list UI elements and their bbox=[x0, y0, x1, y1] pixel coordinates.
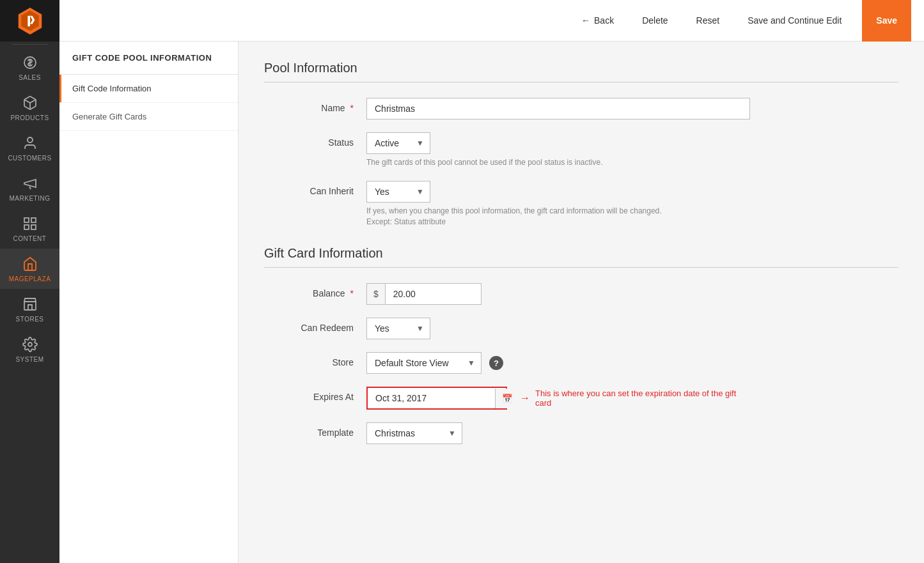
nav-item-generate-gift-cards[interactable]: Generate Gift Cards bbox=[59, 103, 238, 131]
expires-annotation: This is where you can set the expiration… bbox=[520, 389, 750, 408]
template-label: Template bbox=[264, 422, 366, 438]
left-panel-title: GIFT CODE POOL INFORMATION bbox=[72, 53, 225, 63]
balance-input-wrapper: $ bbox=[366, 283, 482, 305]
can-inherit-control: Yes No ▼ If yes, when you change this po… bbox=[366, 181, 750, 228]
left-panel: GIFT CODE POOL INFORMATION Gift Code Inf… bbox=[59, 42, 239, 563]
store-select[interactable]: Default Store View bbox=[366, 352, 482, 374]
save-continue-button[interactable]: Save and Continue Edit bbox=[740, 10, 849, 31]
expires-at-input[interactable] bbox=[368, 388, 495, 408]
status-control: Active Inactive ▼ The gift cards of this… bbox=[366, 132, 750, 168]
nav-item-gift-code-info-label: Gift Code Information bbox=[72, 84, 152, 93]
pool-information-section: Pool Information Name * Status bbox=[264, 61, 898, 227]
sidebar-item-marketing[interactable]: MARKETING bbox=[0, 168, 59, 208]
can-inherit-hint: If yes, when you change this pool inform… bbox=[366, 206, 750, 228]
store-select-wrapper: Default Store View ▼ bbox=[366, 352, 482, 374]
sidebar-divider bbox=[12, 44, 48, 45]
store-group: Default Store View ▼ ? bbox=[366, 352, 750, 374]
save-button[interactable]: Save bbox=[862, 0, 911, 42]
expires-at-field-group: Expires At 📅 This is where you can bbox=[264, 387, 898, 410]
delete-label: Delete bbox=[642, 15, 668, 26]
dollar-sign-icon bbox=[21, 54, 39, 72]
template-select[interactable]: Christmas Default bbox=[366, 422, 462, 444]
balance-prefix: $ bbox=[367, 284, 386, 304]
status-select-wrapper: Active Inactive ▼ bbox=[366, 132, 430, 154]
sidebar-item-customers-label: CUSTOMERS bbox=[8, 155, 51, 162]
sidebar-item-system-label: SYSTEM bbox=[15, 356, 43, 363]
template-field-group: Template Christmas Default ▼ bbox=[264, 422, 898, 444]
gift-card-information-section: Gift Card Information Balance * $ bbox=[264, 246, 898, 444]
reset-button[interactable]: Reset bbox=[689, 10, 728, 31]
svg-rect-3 bbox=[24, 218, 29, 222]
sidebar-item-sales-label: SALES bbox=[19, 74, 41, 81]
sidebar-item-mageplaza[interactable]: MAGEPLAZA bbox=[0, 249, 59, 289]
calendar-button[interactable]: 📅 bbox=[495, 389, 519, 408]
name-required-star: * bbox=[350, 103, 354, 113]
pool-section-divider bbox=[264, 82, 898, 82]
status-select[interactable]: Active Inactive bbox=[366, 132, 430, 154]
status-label: Status bbox=[264, 132, 366, 148]
sidebar-item-products[interactable]: PRODUCTS bbox=[0, 88, 59, 128]
save-continue-label: Save and Continue Edit bbox=[748, 15, 842, 26]
status-hint: The gift cards of this pool cannot be us… bbox=[366, 157, 750, 168]
gift-card-information-title: Gift Card Information bbox=[264, 246, 898, 261]
svg-rect-5 bbox=[24, 225, 29, 229]
back-arrow-icon: ← bbox=[581, 15, 590, 26]
template-select-wrapper: Christmas Default ▼ bbox=[366, 422, 462, 444]
can-redeem-label: Can Redeem bbox=[264, 318, 366, 333]
template-control: Christmas Default ▼ bbox=[366, 422, 750, 444]
svg-rect-4 bbox=[31, 218, 36, 222]
back-button[interactable]: ← Back bbox=[574, 10, 622, 31]
sidebar-item-customers[interactable]: CUSTOMERS bbox=[0, 128, 59, 168]
balance-control: $ bbox=[366, 283, 750, 305]
left-panel-header: GIFT CODE POOL INFORMATION bbox=[59, 42, 238, 75]
delete-button[interactable]: Delete bbox=[634, 10, 675, 31]
name-control bbox=[366, 98, 750, 120]
name-input[interactable] bbox=[366, 98, 750, 120]
name-label: Name * bbox=[264, 98, 366, 113]
save-label: Save bbox=[876, 15, 897, 26]
sidebar: SALES PRODUCTS CUSTOMERS MARKETING CONTE… bbox=[0, 0, 59, 563]
can-inherit-select-wrapper: Yes No ▼ bbox=[366, 181, 430, 203]
content-area: GIFT CODE POOL INFORMATION Gift Code Inf… bbox=[59, 42, 924, 563]
nav-item-generate-gift-cards-label: Generate Gift Cards bbox=[72, 112, 146, 121]
person-icon bbox=[21, 134, 39, 152]
svg-rect-6 bbox=[31, 225, 36, 229]
main-content: ← Back Delete Reset Save and Continue Ed… bbox=[59, 0, 924, 563]
storefront-icon bbox=[21, 295, 39, 313]
store-label: Store bbox=[264, 352, 366, 367]
sidebar-item-marketing-label: MARKETING bbox=[10, 195, 51, 202]
can-redeem-select[interactable]: Yes No bbox=[366, 318, 430, 339]
sidebar-logo bbox=[0, 0, 59, 42]
can-redeem-select-wrapper: Yes No ▼ bbox=[366, 318, 430, 339]
reset-label: Reset bbox=[696, 15, 720, 26]
sidebar-item-sales[interactable]: SALES bbox=[0, 47, 59, 88]
status-field-group: Status Active Inactive ▼ The gift cards … bbox=[264, 132, 898, 168]
expires-input-wrapper: 📅 bbox=[366, 387, 507, 410]
back-label: Back bbox=[594, 15, 614, 26]
sidebar-item-stores-label: STORES bbox=[16, 316, 44, 323]
expires-at-label: Expires At bbox=[264, 387, 366, 402]
can-inherit-select[interactable]: Yes No bbox=[366, 181, 430, 203]
store-help-icon[interactable]: ? bbox=[489, 356, 503, 370]
can-inherit-label: Can Inherit bbox=[264, 181, 366, 196]
gear-icon bbox=[21, 335, 39, 353]
can-inherit-field-group: Can Inherit Yes No ▼ If yes, when you ch… bbox=[264, 181, 898, 228]
sidebar-item-content[interactable]: CONTENT bbox=[0, 208, 59, 249]
magento-logo-icon bbox=[17, 8, 43, 35]
sidebar-item-stores[interactable]: STORES bbox=[0, 289, 59, 329]
sidebar-item-system[interactable]: SYSTEM bbox=[0, 329, 59, 369]
svg-point-2 bbox=[27, 137, 33, 143]
balance-input[interactable] bbox=[386, 284, 481, 304]
pool-information-title: Pool Information bbox=[264, 61, 898, 75]
name-field-group: Name * bbox=[264, 98, 898, 120]
box-icon bbox=[21, 94, 39, 112]
expires-at-row: 📅 This is where you can set the expirati… bbox=[366, 387, 750, 410]
nav-item-gift-code-info[interactable]: Gift Code Information bbox=[59, 75, 238, 103]
balance-required-star: * bbox=[350, 288, 354, 298]
svg-point-7 bbox=[28, 343, 32, 346]
top-bar: ← Back Delete Reset Save and Continue Ed… bbox=[59, 0, 924, 42]
calendar-icon: 📅 bbox=[502, 394, 513, 403]
gift-card-section-divider bbox=[264, 267, 898, 268]
sidebar-item-mageplaza-label: MAGEPLAZA bbox=[9, 275, 51, 282]
expires-at-control: 📅 This is where you can set the expirati… bbox=[366, 387, 750, 410]
